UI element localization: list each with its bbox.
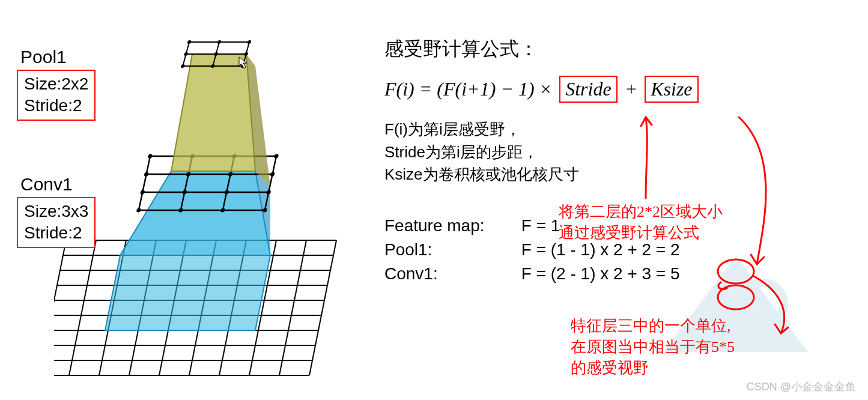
conv1-stride: Stride:2 xyxy=(24,222,88,244)
svg-point-41 xyxy=(767,292,777,302)
receptive-field-formula: F(i) = (F(i+1) − 1) × Stride + Ksize xyxy=(384,76,865,103)
anno1-line2: 通过感受野计算公式 xyxy=(559,222,723,243)
annotation-1: 将第二层的2*2区域大小 通过感受野计算公式 xyxy=(559,201,723,243)
csdn-logo-watermark xyxy=(658,250,814,358)
watermark-text: CSDN @小金金金金鱼 xyxy=(747,380,856,394)
svg-point-17 xyxy=(140,190,145,195)
receptive-field-pyramid xyxy=(54,36,378,396)
formula-description: F(i)为第i层感受野， Stride为第i层的步距， Ksize为卷积核或池化… xyxy=(384,118,865,186)
conv1-title: Conv1 xyxy=(20,174,73,195)
svg-point-13 xyxy=(144,172,148,177)
conv1-ex-value: F = (2 - 1) x 2 + 3 = 5 xyxy=(521,264,680,283)
fm-label: Feature map: xyxy=(384,216,517,235)
svg-marker-25 xyxy=(171,54,255,171)
formula-ksize-box: Ksize xyxy=(645,76,698,103)
conv1-size: Size:3x3 xyxy=(24,201,88,222)
conv1-ex-label: Conv1: xyxy=(384,264,517,283)
desc-line-1: F(i)为第i层感受野， xyxy=(384,118,865,141)
svg-point-32 xyxy=(247,40,252,44)
svg-point-9 xyxy=(148,154,153,159)
svg-point-35 xyxy=(244,52,249,56)
pool1-size: Size:2x2 xyxy=(24,73,88,95)
pool1-title: Pool1 xyxy=(20,47,67,67)
svg-point-36 xyxy=(180,64,185,68)
svg-point-33 xyxy=(184,52,189,56)
desc-line-2: Stride为第i层的步距， xyxy=(384,141,865,164)
svg-point-16 xyxy=(270,172,275,177)
anno2-line3: 的感受视野 xyxy=(571,357,735,378)
formula-stride-box: Stride xyxy=(559,76,617,103)
formula-plus: + xyxy=(625,78,638,100)
formula-title: 感受野计算公式： xyxy=(384,36,865,62)
svg-point-30 xyxy=(187,40,192,44)
anno1-line1: 将第二层的2*2区域大小 xyxy=(559,201,723,222)
formula-times: × xyxy=(539,78,553,100)
fm-value: F = 1 xyxy=(521,216,560,235)
pool1-ex-label: Pool1: xyxy=(384,240,517,259)
pool1-box: Size:2x2 Stride:2 xyxy=(17,70,96,121)
formula-lhs: F(i) = (F(i+1) − 1) xyxy=(384,78,535,100)
svg-point-31 xyxy=(217,40,222,44)
svg-marker-0 xyxy=(105,255,270,330)
desc-line-3: Ksize为卷积核或池化核尺寸 xyxy=(384,163,865,186)
svg-marker-1 xyxy=(120,171,270,255)
conv1-box: Size:3x3 Stride:2 xyxy=(17,197,96,248)
svg-point-21 xyxy=(136,208,141,213)
left-diagram-panel: Pool1 Size:2x2 Stride:2 Conv1 Size:3x3 S… xyxy=(0,0,384,400)
svg-point-12 xyxy=(274,154,279,159)
pool1-stride: Stride:2 xyxy=(24,95,88,117)
